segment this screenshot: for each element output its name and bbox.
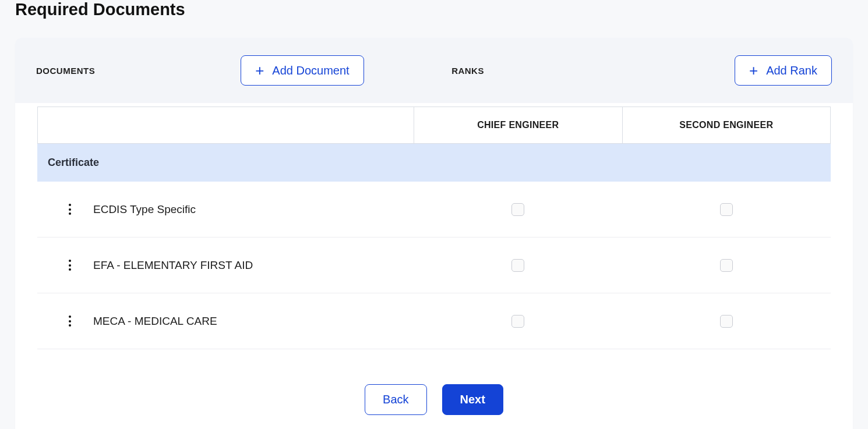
add-document-label: Add Document [272, 64, 349, 77]
add-document-button[interactable]: + Add Document [241, 55, 364, 86]
document-name: MECA - MEDICAL CARE [93, 315, 217, 328]
table-header-blank [38, 107, 414, 143]
checkbox-chief-engineer[interactable] [511, 203, 524, 216]
table-row: ECDIS Type Specific [37, 182, 831, 237]
more-vertical-icon[interactable] [65, 312, 75, 330]
checkbox-chief-engineer[interactable] [511, 259, 524, 272]
footer-actions: Back Next [37, 384, 831, 415]
page-title: Required Documents [15, 0, 853, 19]
document-name: EFA - ELEMENTARY FIRST AID [93, 259, 253, 272]
documents-heading: DOCUMENTS [36, 66, 95, 76]
ranks-heading: RANKS [451, 66, 484, 76]
documents-table: CHIEF ENGINEER SECOND ENGINEER Certifica… [37, 107, 831, 349]
table-row: EFA - ELEMENTARY FIRST AID [37, 237, 831, 293]
checkbox-chief-engineer[interactable] [511, 315, 524, 328]
more-vertical-icon[interactable] [65, 200, 75, 218]
documents-card: DOCUMENTS + Add Document RANKS + Add Ran… [15, 38, 853, 429]
next-button[interactable]: Next [442, 384, 503, 415]
rank-column-header: SECOND ENGINEER [623, 107, 831, 143]
table-header-row: CHIEF ENGINEER SECOND ENGINEER [37, 107, 831, 144]
document-name: ECDIS Type Specific [93, 203, 196, 216]
plus-icon: + [255, 63, 264, 78]
add-rank-label: Add Rank [766, 64, 817, 77]
checkbox-second-engineer[interactable] [720, 315, 733, 328]
toolbar: DOCUMENTS + Add Document RANKS + Add Ran… [15, 38, 853, 103]
back-button[interactable]: Back [365, 384, 426, 415]
plus-icon: + [749, 63, 758, 78]
add-rank-button[interactable]: + Add Rank [735, 55, 832, 86]
checkbox-second-engineer[interactable] [720, 259, 733, 272]
rank-column-header: CHIEF ENGINEER [414, 107, 623, 143]
table-row: MECA - MEDICAL CARE [37, 293, 831, 349]
checkbox-second-engineer[interactable] [720, 203, 733, 216]
more-vertical-icon[interactable] [65, 256, 75, 274]
section-certificate: Certificate [37, 144, 831, 182]
